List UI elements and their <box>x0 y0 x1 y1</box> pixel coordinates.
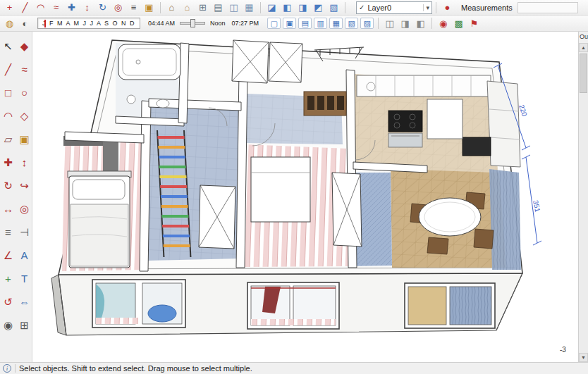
date-slider-marker[interactable] <box>44 20 46 27</box>
text-tool-icon[interactable]: A <box>17 248 32 263</box>
component-browser-icon[interactable]: ⌂ <box>180 1 195 14</box>
window-left <box>92 280 185 328</box>
tape-measure-tool-icon[interactable]: ≡ <box>1 225 16 240</box>
polygon-tool-icon[interactable]: ◇ <box>17 108 32 124</box>
tape-measure-icon[interactable]: ≡ <box>126 1 141 14</box>
shadow-toolbar: ◍◐ J F M A M J J A S O N D 04:44 AM Noon… <box>0 15 588 32</box>
position-camera-icon[interactable]: ⚑ <box>467 17 482 30</box>
bed <box>68 171 131 268</box>
hidden-line-style-icon[interactable]: ▥ <box>314 18 327 29</box>
time-start-label: 04:44 AM <box>148 20 175 27</box>
stairs-component-icon[interactable]: ▦ <box>242 1 257 14</box>
iso-view-icon[interactable]: ◪ <box>264 1 279 14</box>
make-component-icon[interactable]: ⌂ <box>164 1 179 14</box>
follow-me-tool-icon[interactable]: ↪ <box>17 178 32 194</box>
center-room-furniture <box>251 157 310 222</box>
canvas-corner-value: -3 <box>560 346 566 354</box>
arc-tool-icon[interactable]: ◠ <box>33 1 48 14</box>
measurements-input[interactable] <box>517 2 578 13</box>
axes-tool-icon[interactable]: + <box>1 271 16 287</box>
top-view-icon[interactable]: ◧ <box>280 1 295 14</box>
zoom-extents-tool-icon[interactable]: ⊞ <box>17 318 32 333</box>
photo-textures-icon[interactable]: ▩ <box>451 17 466 30</box>
toolbar-separator <box>436 2 436 13</box>
zoom-tool-icon[interactable]: ◉ <box>1 318 16 333</box>
section-cuts-icon[interactable]: ◨ <box>398 17 412 30</box>
back-edges-style-icon[interactable]: ▣ <box>283 18 296 29</box>
textured-style-icon[interactable]: ▧ <box>345 18 358 29</box>
offset-tool-icon[interactable]: ◎ <box>17 201 32 217</box>
monochrome-style-icon[interactable]: ▨ <box>360 18 374 29</box>
offset-tool-icon[interactable]: ◎ <box>111 1 125 14</box>
paint-bucket-icon[interactable]: ▣ <box>142 1 157 14</box>
eraser-tool-icon[interactable]: ▱ <box>1 132 16 147</box>
info-icon[interactable]: i <box>3 364 11 373</box>
move-tool-icon[interactable]: ✚ <box>64 1 79 14</box>
push-pull-tool-icon[interactable]: ↕ <box>80 1 94 14</box>
3d-text-tool-icon[interactable]: T <box>17 271 32 287</box>
months-strip: J F M A M J J A S O N D <box>42 20 135 27</box>
group-icon[interactable]: ⊞ <box>195 1 210 14</box>
time-slider-thumb[interactable] <box>190 19 195 27</box>
outliner-icon[interactable]: ▤ <box>211 1 226 14</box>
back-view-icon[interactable]: ◩ <box>311 1 326 14</box>
push-pull-tool-icon[interactable]: ↕ <box>17 155 32 170</box>
circle-tool-icon[interactable]: ○ <box>17 85 32 101</box>
pan-tool-icon[interactable]: ⇔ <box>17 294 32 310</box>
shadow-toolbar-left-icons: ◍◐ <box>2 17 32 30</box>
time-slider[interactable] <box>180 22 205 25</box>
line-tool-icon[interactable]: ╱ <box>18 1 32 14</box>
rotate-tool-icon[interactable]: ↻ <box>95 1 110 14</box>
scroll-up-button[interactable]: ▲ <box>579 43 588 52</box>
shadows-toggle-icon[interactable]: ◐ <box>18 17 32 30</box>
model-canvas[interactable]: 220 351 -3 <box>32 32 578 362</box>
orbit-tool-icon[interactable]: ↺ <box>1 294 16 310</box>
main-toolbar: +╱◠≈✚↕↻◎≡▣⌂⌂⊞▤◫▦◪◧◨◩▧ ✓ Layer0 ▾ ● Measu… <box>0 0 588 15</box>
add-location-icon[interactable]: ◉ <box>436 17 451 30</box>
xray-style-icon[interactable]: ▢ <box>267 18 281 29</box>
axes-icon[interactable]: + <box>2 1 17 14</box>
wireframe-style-icon[interactable]: ▤ <box>298 18 312 29</box>
scrollbar-thumb[interactable] <box>580 54 587 93</box>
bathtub <box>118 44 180 80</box>
freehand-tool-icon[interactable]: ≈ <box>49 1 63 14</box>
layer-dropdown-value: Layer0 <box>367 4 420 12</box>
cabinet-component-icon[interactable]: ◫ <box>226 1 241 14</box>
styles-icon[interactable]: ◍ <box>2 17 17 30</box>
freehand-tool-icon[interactable]: ≈ <box>17 62 32 77</box>
shaded-style-icon[interactable]: ▦ <box>329 18 343 29</box>
measurements-label: Measurements <box>461 4 513 12</box>
autosave-indicator-icon[interactable]: ● <box>440 1 455 14</box>
rectangle-tool-icon[interactable]: □ <box>1 85 16 101</box>
toolbar-separator <box>345 2 345 13</box>
rotate-tool-icon[interactable]: ↻ <box>1 178 16 194</box>
section-plane-icon[interactable]: ◫ <box>382 17 397 30</box>
front-view-icon[interactable]: ◨ <box>295 1 310 14</box>
scrollbar-track[interactable] <box>579 52 588 353</box>
line-tool-icon[interactable]: ╱ <box>1 62 16 77</box>
window-right <box>405 283 495 328</box>
arc-tool-icon[interactable]: ◠ <box>1 108 16 124</box>
dimension-tool-icon[interactable]: ⊣ <box>17 225 32 240</box>
layer-dropdown[interactable]: ✓ Layer0 ▾ <box>356 1 432 14</box>
scroll-down-button[interactable]: ▼ <box>579 353 588 362</box>
make-component-tool-icon[interactable]: ◆ <box>17 39 32 54</box>
time-end-label: 07:27 PM <box>232 20 259 27</box>
scale-tool-icon[interactable]: ↔ <box>1 201 16 217</box>
side-view-icon[interactable]: ▧ <box>326 1 341 14</box>
paint-bucket-tool-icon[interactable]: ▣ <box>17 132 32 147</box>
tool-palette: ↖◆╱≈□○◠◇▱▣✚↕↻↪↔◎≡⊣∠A+T↺⇔◉⊞ <box>0 32 32 362</box>
toolbar-separator <box>431 18 432 29</box>
status-text: Select objects. Shift to extend select. … <box>19 364 252 373</box>
section-fill-icon[interactable]: ◧ <box>413 17 428 30</box>
select-tool-icon[interactable]: ↖ <box>1 39 16 54</box>
protractor-tool-icon[interactable]: ∠ <box>1 248 16 263</box>
sketchup-window: +╱◠≈✚↕↻◎≡▣⌂⌂⊞▤◫▦◪◧◨◩▧ ✓ Layer0 ▾ ● Measu… <box>0 0 588 374</box>
date-slider[interactable]: J F M A M J J A S O N D <box>37 18 140 29</box>
chevron-down-icon[interactable]: ▾ <box>423 4 429 11</box>
tray-title[interactable]: Ou... <box>579 32 588 43</box>
move-tool-icon[interactable]: ✚ <box>1 155 16 170</box>
status-bar: i Select objects. Shift to extend select… <box>0 362 588 374</box>
toolbar-misc-icons: ● <box>433 1 455 14</box>
toolbar-separator <box>378 18 379 29</box>
